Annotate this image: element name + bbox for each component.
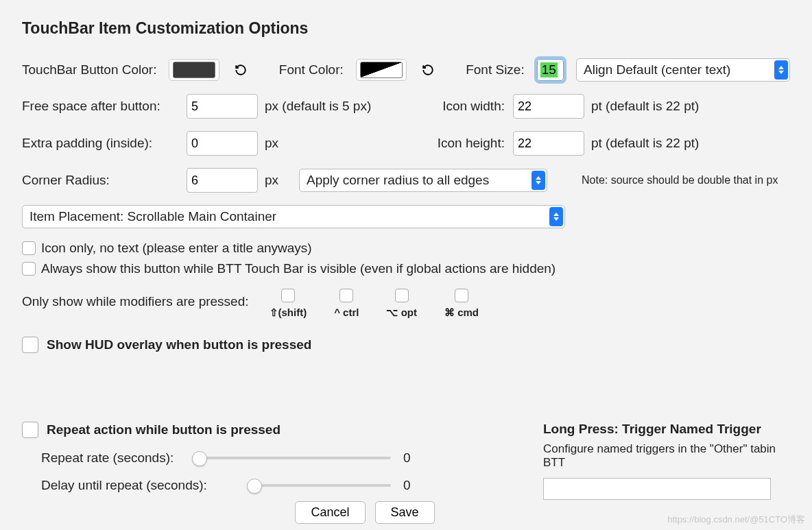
repeat-checkbox[interactable] <box>22 422 38 438</box>
icon-width-unit: pt (default is 22 pt) <box>591 99 699 114</box>
chevron-updown-icon <box>774 60 788 80</box>
corner-radius-unit: px <box>265 173 299 188</box>
save-button[interactable]: Save <box>375 501 435 524</box>
always-show-checkbox[interactable] <box>22 262 36 276</box>
corner-note: Note: source should be double that in px <box>582 174 778 186</box>
free-space-label: Free space after button: <box>22 99 187 114</box>
extra-padding-label: Extra padding (inside): <box>22 136 187 151</box>
placement-select[interactable]: Item Placement: Scrollable Main Containe… <box>22 205 565 228</box>
mod-opt-label: ⌥ opt <box>386 306 417 319</box>
reset-button-color-icon[interactable] <box>233 62 248 77</box>
free-space-input[interactable] <box>187 94 258 119</box>
icon-height-label: Icon height: <box>422 136 505 151</box>
delay-slider[interactable] <box>247 484 391 487</box>
free-space-unit: px (default is 5 px) <box>265 99 422 114</box>
delay-label: Delay until repeat (seconds): <box>41 478 247 493</box>
icon-only-checkbox[interactable] <box>22 241 36 255</box>
extra-padding-unit: px <box>265 136 422 151</box>
repeat-rate-label: Repeat rate (seconds): <box>41 450 192 466</box>
mod-cmd-label: ⌘ cmd <box>444 306 479 319</box>
font-color-label: Font Color: <box>279 62 344 77</box>
icon-height-unit: pt (default is 22 pt) <box>591 136 699 151</box>
longpress-desc: Configure named triggers in the "Other" … <box>543 442 790 470</box>
corner-radius-input[interactable] <box>187 168 258 193</box>
watermark: https://blog.csdn.net/@51CTO博客 <box>667 514 805 526</box>
icon-only-label: Icon only, no text (please enter a title… <box>41 241 312 256</box>
always-show-label: Always show this button while BTT Touch … <box>41 261 556 276</box>
repeat-label: Repeat action while button is pressed <box>47 422 280 437</box>
mod-ctrl-checkbox[interactable] <box>339 289 353 302</box>
corner-edges-select[interactable]: Apply corner radius to all edges <box>299 169 547 192</box>
chevron-updown-icon <box>549 207 563 226</box>
font-color-swatch[interactable] <box>356 59 407 81</box>
button-color-swatch[interactable] <box>169 59 219 81</box>
reset-font-color-icon[interactable] <box>420 62 435 77</box>
font-size-input[interactable]: 15 <box>537 59 564 81</box>
font-size-value: 15 <box>540 62 558 77</box>
delay-value: 0 <box>403 478 411 493</box>
panel-title: TouchBar Item Customization Options <box>22 19 790 38</box>
corner-radius-label: Corner Radius: <box>22 173 187 188</box>
mod-shift-label: ⇧(shift) <box>270 306 307 319</box>
icon-width-label: Icon width: <box>422 99 505 114</box>
font-size-label: Font Size: <box>466 62 525 77</box>
align-select[interactable]: Align Default (center text) <box>576 58 790 82</box>
longpress-input[interactable] <box>543 478 771 500</box>
modifiers-label: Only show while modifiers are pressed: <box>22 294 249 309</box>
button-color-label: TouchBar Button Color: <box>22 62 156 77</box>
placement-select-value: Item Placement: Scrollable Main Containe… <box>29 209 549 224</box>
longpress-title: Long Press: Trigger Named Trigger <box>543 422 790 437</box>
corner-edges-value: Apply corner radius to all edges <box>307 173 532 188</box>
align-select-value: Align Default (center text) <box>584 62 774 77</box>
repeat-rate-slider[interactable] <box>192 457 391 459</box>
chevron-updown-icon <box>532 171 545 190</box>
hud-label: Show HUD overlay when button is pressed <box>47 337 311 352</box>
mod-opt-checkbox[interactable] <box>395 289 409 302</box>
hud-checkbox[interactable] <box>22 337 38 353</box>
mod-shift-checkbox[interactable] <box>281 289 295 302</box>
icon-width-input[interactable] <box>513 94 584 119</box>
repeat-rate-value: 0 <box>403 450 411 466</box>
mod-ctrl-label: ^ ctrl <box>334 306 359 318</box>
extra-padding-input[interactable] <box>187 131 258 156</box>
mod-cmd-checkbox[interactable] <box>455 289 468 302</box>
icon-height-input[interactable] <box>513 131 584 156</box>
cancel-button[interactable]: Cancel <box>295 501 365 524</box>
